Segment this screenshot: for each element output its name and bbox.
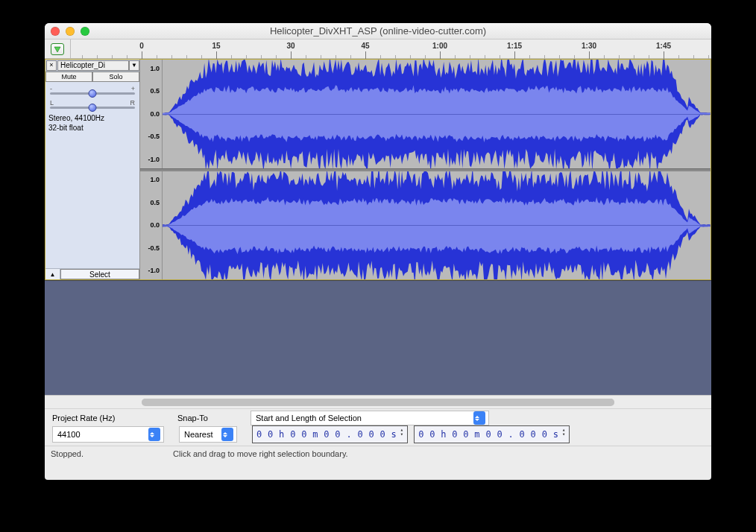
selection-toolbar: Project Rate (Hz) Snap-To Start and Leng… <box>45 408 711 446</box>
snap-to-label: Snap-To <box>177 414 245 422</box>
time-format-menu-icon[interactable]: ▴▾ <box>398 428 406 437</box>
close-button[interactable] <box>51 27 60 36</box>
mute-button[interactable]: Mute <box>45 72 92 82</box>
waveform-canvas-right[interactable] <box>163 171 711 280</box>
zoom-button[interactable] <box>81 27 89 36</box>
time-format-menu-icon[interactable]: ▴▾ <box>560 428 567 437</box>
horizontal-scrollbar-thumb[interactable] <box>142 399 614 406</box>
track-format-info: Stereo, 44100Hz 32-bit float <box>45 110 139 136</box>
pan-thumb[interactable] <box>89 104 97 112</box>
dropdown-arrow-icon <box>148 428 160 441</box>
track-name[interactable]: Helicopter_Di <box>57 60 129 71</box>
status-bar: Stopped. Click and drag to move right se… <box>45 446 711 460</box>
horizontal-scrollbar[interactable] <box>142 399 614 406</box>
dropdown-arrow-icon <box>221 428 233 441</box>
titlebar: Helicopter_DivXHT_ASP (online-video-cutt… <box>45 23 711 39</box>
tracks-area: × Helicopter_Di ▼ Mute Solo - + L R <box>45 59 711 395</box>
empty-track-space[interactable] <box>45 280 711 395</box>
track-control-panel: × Helicopter_Di ▼ Mute Solo - + L R <box>45 60 140 279</box>
waveform-area: 1.00.50.0-0.5-1.0 1.00.50.0-0.5-1.0 <box>140 60 711 279</box>
status-hint: Click and drag to move right selection b… <box>173 449 348 458</box>
track-select-button[interactable]: Select <box>60 269 139 279</box>
track-header: × Helicopter_Di ▼ <box>45 60 139 72</box>
track-menu-button[interactable]: ▼ <box>129 60 139 71</box>
app-window: Helicopter_DivXHT_ASP (online-video-cutt… <box>45 23 711 480</box>
playhead-marker-icon[interactable] <box>51 43 64 55</box>
minimize-button[interactable] <box>66 27 75 36</box>
amplitude-ruler-left: 1.00.50.0-0.5-1.0 <box>140 60 163 168</box>
waveform-canvas-left[interactable] <box>163 60 711 168</box>
gain-slider[interactable]: - + <box>45 82 139 96</box>
selection-mode-select[interactable]: Start and Length of Selection <box>251 411 489 425</box>
timeline-options[interactable] <box>45 39 71 58</box>
svg-marker-0 <box>54 47 60 52</box>
selection-start-time[interactable]: 0 0 h 0 0 m 0 0 . 0 0 0 s ▴▾ <box>252 425 408 443</box>
playback-state: Stopped. <box>51 449 84 458</box>
timeline-ruler[interactable]: 01530451:001:151:301:45 <box>71 39 711 58</box>
channel-right: 1.00.50.0-0.5-1.0 <box>140 171 711 280</box>
project-rate-label: Project Rate (Hz) <box>52 414 171 422</box>
pan-slider[interactable]: L R <box>45 96 139 110</box>
window-title: Helicopter_DivXHT_ASP (online-video-cutt… <box>45 25 711 37</box>
track-close-button[interactable]: × <box>46 60 57 71</box>
snap-to-select[interactable]: Nearest <box>179 426 237 443</box>
amplitude-ruler-right: 1.00.50.0-0.5-1.0 <box>140 171 163 280</box>
horizontal-scrollbar-row <box>45 395 711 408</box>
timeline-ruler-row: 01530451:001:151:301:45 <box>45 39 711 59</box>
project-rate-select[interactable]: 44100 <box>52 426 164 443</box>
dropdown-arrow-icon <box>473 411 485 425</box>
solo-button[interactable]: Solo <box>92 72 139 82</box>
channel-left: 1.00.50.0-0.5-1.0 <box>140 60 711 169</box>
track: × Helicopter_Di ▼ Mute Solo - + L R <box>45 59 711 280</box>
selection-length-time[interactable]: 0 0 h 0 0 m 0 0 . 0 0 0 s ▴▾ <box>414 425 570 443</box>
track-collapse-button[interactable]: ▲ <box>45 269 60 279</box>
traffic-lights <box>45 27 89 36</box>
